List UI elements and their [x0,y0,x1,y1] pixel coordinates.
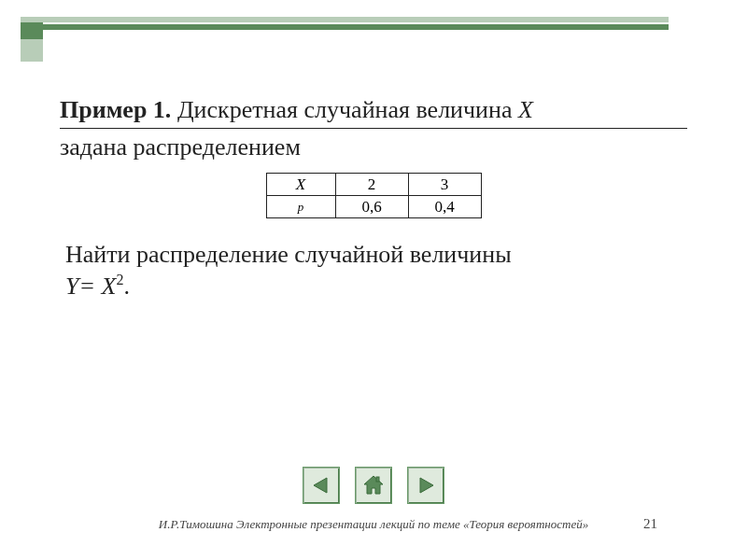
home-icon [361,473,386,497]
variable-x: X [518,96,533,123]
table-row: p 0,6 0,4 [266,196,481,218]
task-line1: Найти распределение случайной величины [65,241,512,268]
heading-underline-wrap [60,128,687,129]
svg-rect-2 [376,477,379,482]
table-cell: 3 [408,174,481,196]
svg-marker-1 [364,476,383,494]
footer-citation: И.Р.Тимошина Электронные презентации лек… [0,517,747,532]
prev-button[interactable] [303,467,340,504]
task-equation: Y= X [65,273,116,300]
example-label: Пример 1. [60,96,171,123]
table-cell: 0,4 [408,196,481,218]
example-heading: Пример 1. Дискретная случайная величина … [60,93,687,126]
task-tail: . [123,273,130,300]
svg-marker-3 [420,478,433,493]
heading-underline [60,128,687,129]
table-header-p: p [266,196,335,218]
next-button[interactable] [407,467,444,504]
table-header-x: X [266,174,335,196]
table-row: X 2 3 [266,174,481,196]
header-line-dark [21,24,669,30]
task-text: Найти распределение случайной величины Y… [65,239,687,302]
heading-text-a: Дискретная случайная величина [171,96,518,123]
header-square-light [21,39,43,62]
distribution-table: X 2 3 p 0,6 0,4 [266,173,482,218]
home-button[interactable] [355,467,392,504]
slide-content: Пример 1. Дискретная случайная величина … [60,93,687,302]
decorative-header-bar [21,17,726,37]
page-number: 21 [643,516,657,532]
table-cell: 2 [335,174,408,196]
slide: Пример 1. Дискретная случайная величина … [0,0,747,560]
arrow-left-icon [310,474,332,497]
nav-controls [0,467,747,504]
svg-marker-0 [314,478,327,493]
table-cell: 0,6 [335,196,408,218]
heading-text-b: задана распределением [60,131,687,163]
arrow-right-icon [415,474,437,497]
header-line-light [21,17,669,22]
